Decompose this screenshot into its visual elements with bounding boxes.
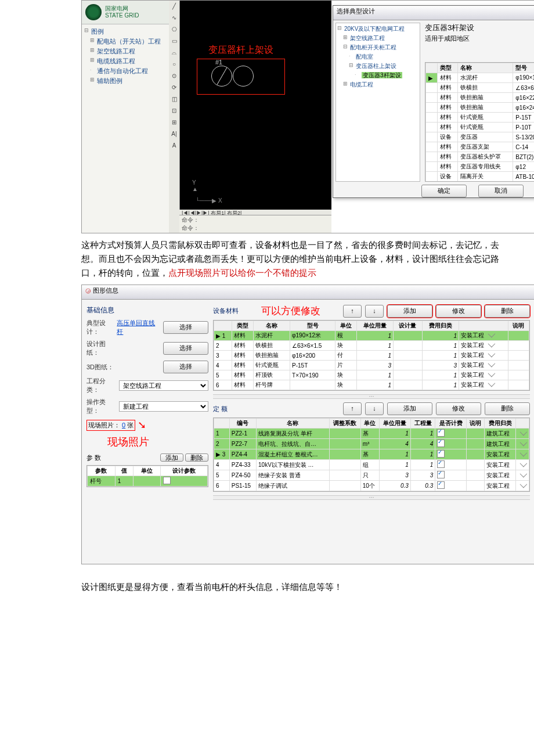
cad-symbol-circle[interactable] bbox=[233, 66, 254, 87]
tool-icon[interactable]: ∿ bbox=[170, 15, 178, 23]
delete-button[interactable]: 删除 bbox=[185, 453, 208, 462]
tool-icon[interactable]: ◫ bbox=[170, 96, 178, 104]
edit-button[interactable]: 修改 bbox=[436, 305, 481, 318]
materials-grid[interactable]: 类型名称型号单位单位用量设计量费用归类说明▶ 1材料水泥杆φ190×12米根11… bbox=[213, 320, 530, 391]
cad-canvas[interactable]: ╱∿ ⎔▭ ⌓○ ⊙⟳ ◫⊡ ⊞A| A 变压器杆上架设 #1 Y▲ └───▶… bbox=[169, 1, 331, 233]
tool-icon[interactable]: ⊞ bbox=[170, 119, 178, 127]
tool-icon[interactable]: ⟳ bbox=[170, 84, 178, 92]
tool-icon[interactable]: ▭ bbox=[170, 38, 178, 46]
tool-icon[interactable]: ⎔ bbox=[170, 26, 178, 34]
brand-title-cn: 国家电网 bbox=[105, 5, 139, 12]
tool-icon[interactable]: ⌓ bbox=[170, 49, 178, 57]
brand: 国家电网 STATE GRID bbox=[82, 1, 169, 24]
params-title: 参 数 bbox=[86, 453, 101, 462]
tool-icon[interactable]: ○ bbox=[170, 61, 178, 69]
tool-icon[interactable]: A| bbox=[170, 131, 178, 139]
label-design-drawing: 设计图纸： bbox=[86, 340, 117, 357]
tree-item[interactable]: 电缆线路工程 bbox=[97, 57, 135, 64]
link-photo-count[interactable]: 0 bbox=[122, 422, 125, 429]
select-engineering-type[interactable]: 架空线路工程 bbox=[119, 380, 208, 391]
add-button[interactable]: 添加 bbox=[387, 305, 432, 318]
dlg-tree-selected[interactable]: 变压器3杆架设 bbox=[362, 72, 402, 78]
dlg-tree-item[interactable]: 电缆工程 bbox=[350, 81, 373, 88]
tool-icon[interactable]: ⊙ bbox=[170, 73, 178, 81]
select-operation-type[interactable]: 新建工程 bbox=[119, 401, 208, 412]
arrow-annotation-icon: ➘ bbox=[138, 419, 146, 431]
tool-icon[interactable]: ⊡ bbox=[170, 107, 178, 116]
delete-button[interactable]: 删除 bbox=[485, 305, 530, 318]
label-site-photo: 现场照片： bbox=[88, 422, 120, 429]
brand-logo bbox=[85, 4, 102, 20]
quota-title: 定 额 bbox=[213, 405, 228, 413]
basic-info-title: 基础信息 bbox=[86, 305, 208, 315]
label-operation-type: 操作类型： bbox=[86, 398, 117, 415]
selected-subtitle: 适用于咸阳地区 bbox=[425, 34, 534, 43]
tree-root[interactable]: 图例 bbox=[91, 28, 104, 35]
window-title[interactable]: ◶ 图形信息 bbox=[82, 285, 534, 300]
tree-item[interactable]: 通信与自动化工程 bbox=[97, 67, 148, 74]
axis-x-label: └───▶ X bbox=[196, 197, 222, 204]
basic-info-panel: 基础信息 典型设计： 高压单回直线杆 选择 设计图纸： 选择 3D图纸： 选择 … bbox=[82, 300, 213, 564]
brand-title-en: STATE GRID bbox=[105, 12, 139, 19]
tool-icon[interactable]: A bbox=[170, 142, 178, 150]
cancel-button[interactable]: 取消 bbox=[478, 185, 524, 197]
dlg-tree-item[interactable]: 配电柜开关柜工程 bbox=[350, 44, 396, 51]
ok-button[interactable]: 确定 bbox=[421, 185, 467, 197]
add-button[interactable]: 添加 bbox=[387, 402, 432, 415]
label-3d-drawing: 3D图纸： bbox=[86, 363, 117, 372]
legend-tree[interactable]: 图例 配电站（开关站）工程 架空线路工程 电缆线路工程 通信与自动化工程 辅助图… bbox=[82, 24, 169, 88]
params-table[interactable]: 参数值单位设计参数 杆号1 bbox=[86, 465, 208, 487]
cad-symbol-circle[interactable] bbox=[211, 66, 232, 87]
add-button[interactable]: 添加 bbox=[160, 453, 183, 462]
command-panel[interactable]: 命令： 命令： bbox=[179, 215, 331, 233]
tree-item[interactable]: 配电站（开关站）工程 bbox=[97, 38, 161, 45]
tool-icon[interactable]: ╱ bbox=[170, 3, 178, 11]
toolstrip[interactable]: ╱∿ ⎔▭ ⌓○ ⊙⟳ ◫⊡ ⊞A| A bbox=[169, 1, 180, 233]
cad-node-label: #1 bbox=[215, 59, 222, 66]
splitter[interactable] bbox=[213, 394, 530, 399]
select-button[interactable]: 选择 bbox=[163, 361, 208, 373]
annotation-site-photo: 现场照片 bbox=[107, 435, 208, 449]
sidebar: 国家电网 STATE GRID 图例 配电站（开关站）工程 架空线路工程 电缆线… bbox=[82, 1, 169, 233]
move-up-button[interactable]: ↑ bbox=[343, 402, 362, 415]
link-typical-design[interactable]: 高压单回直线杆 bbox=[117, 319, 158, 336]
paragraph-1: 这种方式对预算人员只需鼠标双击即可查看，设备材料也是一目了然，省去的很多费时间去… bbox=[0, 233, 534, 285]
para1-highlight: 点开现场照片可以给你一个不错的提示 bbox=[168, 268, 316, 278]
dlg-tree-item[interactable]: 架空线路工程 bbox=[350, 35, 385, 41]
splitter[interactable] bbox=[213, 495, 530, 500]
annotation-easy-edit: 可以方便修改 bbox=[261, 304, 320, 318]
selected-title: 变压器3杆架设 bbox=[425, 23, 534, 33]
materials-title: 设备材料 bbox=[213, 307, 239, 315]
screenshot-typical-design: 国家电网 STATE GRID 图例 配电站（开关站）工程 架空线路工程 电缆线… bbox=[81, 0, 534, 233]
cad-annotation: 变压器杆上架设 bbox=[208, 44, 273, 56]
dlg-tree-item[interactable]: 配电室 bbox=[356, 53, 373, 60]
label-engineering-type: 工程分类： bbox=[86, 377, 117, 394]
screenshot-shape-info: ◶ 图形信息 基础信息 典型设计： 高压单回直线杆 选择 设计图纸： 选择 3D… bbox=[81, 285, 534, 564]
select-button[interactable]: 选择 bbox=[163, 321, 208, 334]
dialog-title-bar[interactable]: 选择典型设计 ✕ bbox=[333, 6, 534, 20]
tree-item[interactable]: 辅助图例 bbox=[97, 77, 122, 84]
delete-button[interactable]: 删除 bbox=[485, 402, 530, 415]
dlg-tree-item[interactable]: 变压器柱上架设 bbox=[356, 63, 396, 69]
move-down-button[interactable]: ↓ bbox=[365, 402, 384, 415]
dialog-tree[interactable]: 20KV及以下配电网工程 架空线路工程 配电柜开关柜工程 配电室 变压器柱上架设… bbox=[335, 23, 420, 182]
tree-item[interactable]: 架空线路工程 bbox=[97, 48, 135, 55]
dialog-select-typical-design: 选择典型设计 ✕ 20KV及以下配电网工程 架空线路工程 配电柜开关柜工程 配电… bbox=[333, 5, 534, 198]
paragraph-2: 设计图纸更是显得方便，查看当前电杆的杆头信息，详细信息等等！ bbox=[0, 564, 534, 628]
edit-button[interactable]: 修改 bbox=[436, 402, 481, 415]
label-typical-design: 典型设计： bbox=[86, 319, 114, 336]
dialog-title: 选择典型设计 bbox=[337, 8, 375, 15]
select-button[interactable]: 选择 bbox=[163, 342, 208, 355]
dlg-tree-root[interactable]: 20KV及以下配电网工程 bbox=[344, 26, 405, 32]
axis-y-label: Y▲ bbox=[192, 179, 198, 192]
move-down-button[interactable]: ↓ bbox=[365, 305, 384, 318]
quota-grid[interactable]: 编号名称调整系数单位单位用量工程量是否计费说明费用归类1PZ2-1线路复测及分坑… bbox=[213, 417, 530, 492]
checkbox[interactable] bbox=[163, 477, 171, 484]
move-up-button[interactable]: ↑ bbox=[343, 305, 362, 318]
material-table[interactable]: 类型名称型号设计量单位▶材料水泥杆φ190×12米3根材料铁横担∠63×6×1.… bbox=[425, 62, 534, 182]
